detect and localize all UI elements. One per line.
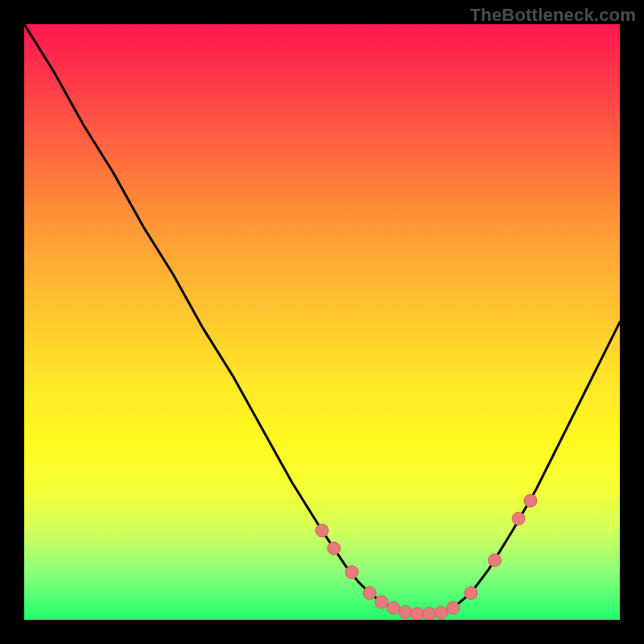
curve-marker (489, 554, 502, 567)
chart-plot-area (24, 24, 620, 620)
curve-marker (524, 494, 537, 507)
curve-marker (464, 587, 477, 600)
chart-svg (24, 24, 620, 620)
curve-marker (387, 601, 400, 614)
curve-marker (316, 524, 328, 537)
curve-marker (435, 606, 448, 619)
curve-marker (399, 605, 412, 618)
curve-marker (345, 566, 358, 579)
curve-marker (447, 601, 460, 614)
curve-marker (363, 587, 376, 600)
curve-marker (328, 542, 341, 555)
curve-marker (423, 608, 436, 620)
curve-marker (375, 596, 388, 609)
curve-marker (512, 512, 525, 525)
watermark-text: TheBottleneck.com (470, 5, 636, 26)
curve-marker (411, 608, 423, 620)
